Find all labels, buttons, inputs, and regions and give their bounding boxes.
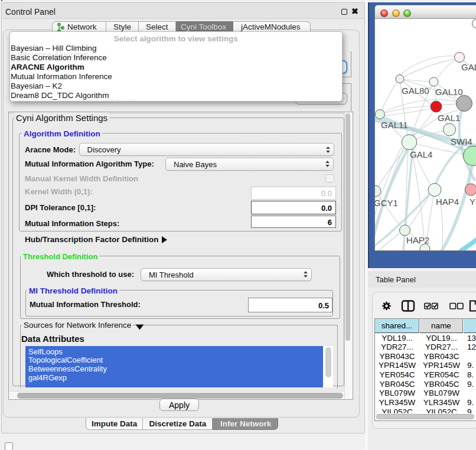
svg-text:GAL7: GAL7 [461, 62, 476, 72]
svg-text:HAP4: HAP4 [436, 197, 459, 207]
svg-text:GAL1: GAL1 [438, 113, 460, 123]
svg-text:GAL4: GAL4 [410, 149, 432, 159]
svg-text:YE: YE [470, 197, 476, 207]
svg-text:HAP2: HAP2 [406, 235, 429, 245]
svg-text:SWI4: SWI4 [451, 136, 472, 146]
svg-text:GAL11: GAL11 [381, 120, 408, 130]
svg-text:GAL80: GAL80 [402, 86, 429, 96]
svg-text:GCY1: GCY1 [375, 198, 398, 208]
svg-text:GAL10: GAL10 [435, 87, 463, 97]
